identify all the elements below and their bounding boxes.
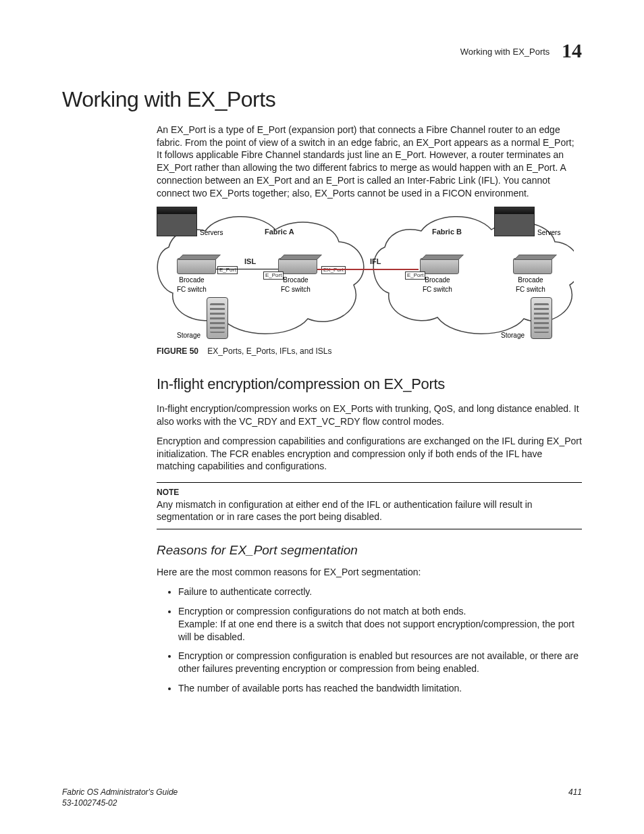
brocade-2: Brocade FC switch bbox=[281, 276, 311, 294]
brocade-1: Brocade FC switch bbox=[177, 276, 207, 294]
doc-title: Fabric OS Administrator's Guide bbox=[62, 787, 178, 797]
intro-paragraph: An EX_Port is a type of E_Port (expansio… bbox=[157, 124, 582, 200]
brocade-3: Brocade FC switch bbox=[423, 276, 452, 294]
list-item: Encryption or compression configurations… bbox=[178, 605, 582, 644]
chapter-number: 14 bbox=[562, 39, 582, 61]
fabric-a-label: Fabric A bbox=[265, 227, 294, 237]
export-1: EX_Port bbox=[321, 266, 346, 274]
switch-b2 bbox=[513, 258, 552, 274]
isl-label: ISL bbox=[244, 257, 256, 267]
doc-partnum: 53-1002745-02 bbox=[62, 798, 117, 808]
subsection-heading: Reasons for EX_Port segmentation bbox=[157, 542, 582, 559]
p2b: Encryption and compression capabilities … bbox=[157, 435, 582, 473]
p3: Here are the most common reasons for EX_… bbox=[157, 566, 582, 579]
figure-caption-text: EX_Ports, E_Ports, IFLs, and ISLs bbox=[207, 346, 331, 356]
p2a: In-flight encryption/compression works o… bbox=[157, 402, 582, 428]
list-item: Failure to authenticate correctly. bbox=[178, 585, 582, 598]
servers-left-label: Servers bbox=[200, 228, 223, 238]
figure-50: Servers Servers Fabric A Fabric B E_Port… bbox=[157, 207, 574, 342]
page-title: Working with EX_Ports bbox=[62, 85, 582, 114]
page-number: 411 bbox=[568, 787, 582, 808]
isl-wire bbox=[216, 269, 278, 269]
storage-b-label: Storage bbox=[501, 331, 525, 340]
bullet-list: Failure to authenticate correctly. Encry… bbox=[157, 585, 582, 695]
switch-a1 bbox=[177, 258, 216, 274]
servers-right-label: Servers bbox=[537, 228, 560, 238]
eport-1: E_Port bbox=[217, 266, 238, 274]
page: Working with EX_Ports 14 Working with EX… bbox=[0, 0, 644, 834]
running-header: Working with EX_Ports 14 bbox=[62, 37, 582, 65]
body: An EX_Port is a type of E_Port (expansio… bbox=[157, 124, 582, 695]
switch-a2 bbox=[278, 258, 317, 274]
switch-b1 bbox=[420, 258, 459, 274]
figure-number: FIGURE 50 bbox=[157, 346, 198, 356]
figure-caption: FIGURE 50 EX_Ports, E_Ports, IFLs, and I… bbox=[157, 346, 582, 357]
fabric-b-label: Fabric B bbox=[432, 227, 462, 237]
storage-b bbox=[531, 297, 552, 339]
list-item: Encryption or compression configuration … bbox=[178, 650, 582, 675]
brocade-4: Brocade FC switch bbox=[516, 276, 545, 294]
servers-right bbox=[494, 207, 535, 236]
storage-a-label: Storage bbox=[177, 331, 200, 340]
ifl-wire bbox=[317, 269, 419, 270]
note-text: Any mismatch in configuration at either … bbox=[157, 498, 582, 524]
storage-a bbox=[207, 297, 228, 339]
section-heading: In-flight encryption/compression on EX_P… bbox=[157, 374, 582, 394]
note-title: NOTE bbox=[157, 487, 582, 498]
ifl-label: IFL bbox=[370, 257, 381, 267]
header-section: Working with EX_Ports bbox=[460, 47, 550, 57]
list-item: The number of available ports has reache… bbox=[178, 682, 582, 695]
servers-left bbox=[157, 207, 197, 236]
note-block: NOTE Any mismatch in configuration at ei… bbox=[157, 482, 582, 529]
footer-left: Fabric OS Administrator's Guide 53-10027… bbox=[62, 787, 178, 808]
page-footer: Fabric OS Administrator's Guide 53-10027… bbox=[62, 787, 582, 808]
